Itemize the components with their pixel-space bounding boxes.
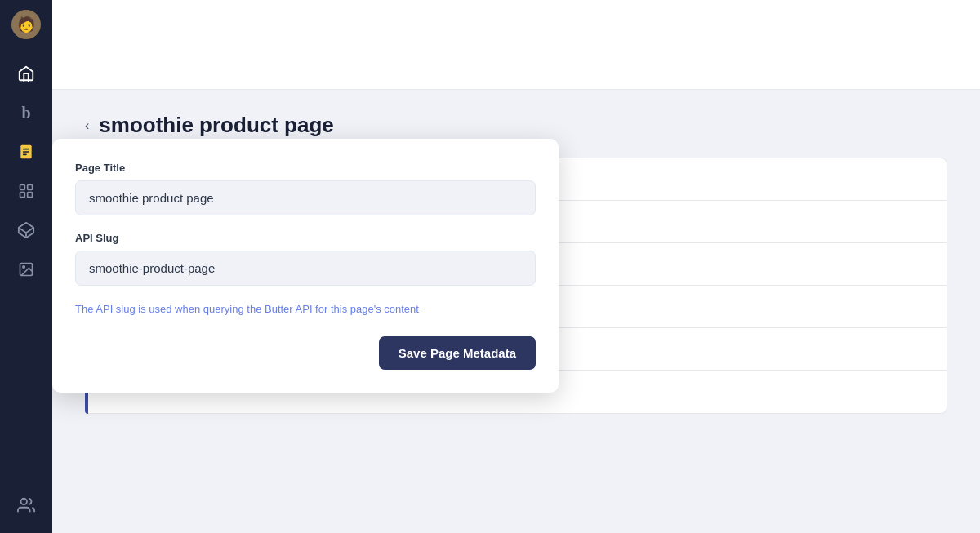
sidebar-item-home[interactable]: [8, 56, 44, 91]
modal-footer: Save Page Metadata: [75, 336, 536, 370]
sidebar-item-collections[interactable]: [8, 212, 44, 248]
main-content: ‹ smoothie product page Page Title API S…: [52, 0, 980, 533]
back-button[interactable]: ‹: [85, 119, 89, 132]
page-title-label: Page Title: [75, 162, 536, 174]
avatar[interactable]: 🧑: [11, 10, 41, 39]
modal-overlay: Page Title API Slug The API slug is used…: [52, 139, 559, 393]
svg-rect-6: [20, 193, 25, 198]
svg-rect-4: [20, 185, 25, 190]
svg-rect-1: [23, 149, 29, 150]
sidebar-item-media[interactable]: [8, 251, 44, 287]
page-title-input[interactable]: [75, 180, 536, 215]
api-slug-hint: The API slug is used when querying the B…: [75, 302, 536, 317]
api-slug-input[interactable]: [75, 251, 536, 286]
svg-rect-3: [23, 154, 27, 156]
page-metadata-modal: Page Title API Slug The API slug is used…: [52, 139, 559, 393]
sidebar-item-blog[interactable]: b: [8, 95, 44, 131]
top-bar: [52, 0, 980, 90]
svg-rect-2: [23, 151, 29, 153]
svg-point-12: [21, 499, 27, 504]
sidebar: 🧑 b: [0, 0, 52, 533]
svg-rect-5: [28, 185, 33, 190]
svg-point-11: [23, 266, 24, 269]
page-header: ‹ smoothie product page: [85, 113, 947, 138]
content-area: ‹ smoothie product page Page Title API S…: [52, 90, 980, 533]
sidebar-item-pages[interactable]: [8, 134, 44, 170]
api-slug-label: API Slug: [75, 232, 536, 244]
svg-rect-7: [28, 193, 33, 198]
sidebar-item-users[interactable]: [8, 487, 44, 523]
sidebar-item-grid[interactable]: [8, 173, 44, 209]
page-title: smoothie product page: [99, 113, 333, 138]
save-page-metadata-button[interactable]: Save Page Metadata: [379, 336, 536, 370]
